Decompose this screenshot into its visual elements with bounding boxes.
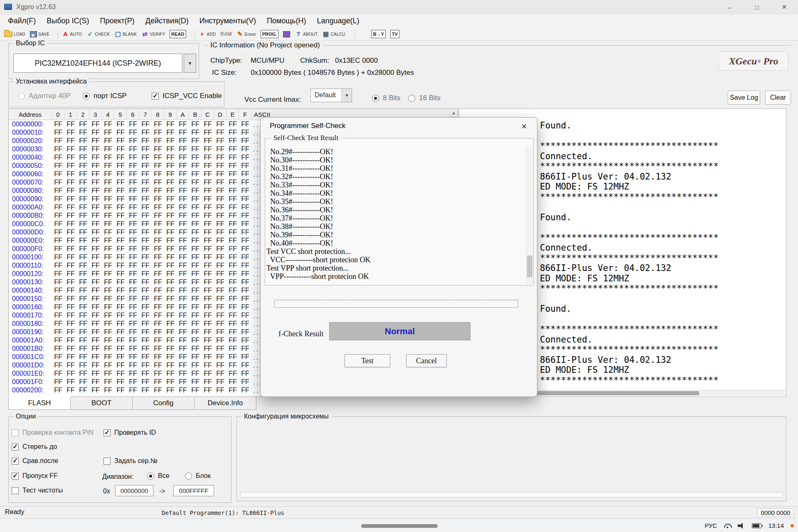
hex-byte[interactable]: FF [127,353,139,361]
hex-byte[interactable]: FF [202,254,214,261]
hex-byte[interactable]: FF [64,320,77,328]
hex-byte[interactable]: FF [239,170,251,178]
hex-byte[interactable]: FF [164,237,177,244]
hex-byte[interactable]: FF [77,212,89,219]
hex-byte[interactable]: FF [114,362,127,369]
menu-item-1[interactable]: Файл(F) [2,17,41,25]
hex-byte[interactable]: FF [239,179,251,186]
hex-byte[interactable]: FF [239,378,251,386]
hex-byte[interactable]: FF [239,129,251,136]
hex-byte[interactable]: FF [127,378,139,386]
hex-byte[interactable]: FF [152,170,164,178]
hex-byte[interactable]: FF [239,345,251,352]
hex-byte[interactable]: FF [89,170,102,178]
hex-byte[interactable]: FF [102,245,114,253]
hex-byte[interactable]: FF [202,312,214,319]
hex-byte[interactable]: FF [89,287,102,294]
hex-byte[interactable]: FF [227,245,239,253]
hex-byte[interactable]: FF [127,245,139,253]
hex-byte[interactable]: FF [152,195,164,203]
hex-byte[interactable]: FF [89,353,102,361]
hex-byte[interactable]: FF [202,295,214,303]
hex-byte[interactable]: FF [77,337,89,344]
hex-byte[interactable]: FF [177,162,189,170]
hex-byte[interactable]: FF [239,229,251,236]
hex-byte[interactable]: FF [52,121,64,128]
hex-byte[interactable]: FF [164,353,177,361]
save-log-button[interactable]: Save Log [728,91,760,105]
hex-byte[interactable]: FF [102,295,114,303]
hex-byte[interactable]: FF [77,187,89,195]
hex-byte[interactable]: FF [64,170,77,178]
hex-byte[interactable]: FF [189,129,202,136]
hex-byte[interactable]: FF [64,278,77,286]
hex-byte[interactable]: FF [189,187,202,195]
hex-byte[interactable]: FF [227,220,239,228]
hex-byte[interactable]: FF [152,212,164,219]
hex-byte[interactable]: FF [77,129,89,136]
hex-byte[interactable]: FF [52,212,64,219]
auto-button[interactable]: AAUTO [62,30,82,38]
hex-byte[interactable]: FF [239,362,251,369]
hex-byte[interactable]: FF [52,154,64,161]
hex-byte[interactable]: FF [127,328,139,336]
hex-byte[interactable]: FF [214,345,227,352]
hex-byte[interactable]: FF [52,387,64,394]
hex-byte[interactable]: FF [164,378,177,386]
hex-byte[interactable]: FF [139,320,152,328]
volume-icon[interactable] [738,523,745,529]
hex-byte[interactable]: FF [89,278,102,286]
hex-byte[interactable]: FF [127,320,139,328]
hex-byte[interactable]: FF [114,162,127,170]
hex-byte[interactable]: FF [102,370,114,377]
hex-byte[interactable]: FF [89,254,102,261]
hex-byte[interactable]: FF [227,387,239,394]
hex-byte[interactable]: FF [89,362,102,369]
hex-byte[interactable]: FF [164,303,177,311]
hex-byte[interactable]: FF [189,237,202,244]
hex-byte[interactable]: FF [52,353,64,361]
bits-16-radio[interactable]: 16 Bits [408,94,441,102]
hex-byte[interactable]: FF [152,179,164,186]
pin-check-checkbox[interactable]: Проверка контакта PIN [12,429,94,436]
hex-byte[interactable]: FF [202,121,214,128]
hex-byte[interactable]: FF [152,303,164,311]
hex-byte[interactable]: FF [214,154,227,161]
hex-byte[interactable]: FF [77,154,89,161]
hex-byte[interactable]: FF [227,137,239,145]
skip-ff-checkbox[interactable]: Пропуск FF [12,472,58,480]
hex-byte[interactable]: FF [214,121,227,128]
hex-byte[interactable]: FF [114,137,127,145]
hex-byte[interactable]: FF [64,303,77,311]
battery-icon[interactable] [752,523,761,528]
hex-byte[interactable]: FF [114,237,127,244]
hex-byte[interactable]: FF [214,254,227,261]
hex-byte[interactable]: FF [189,212,202,219]
hex-byte[interactable]: FF [77,262,89,269]
verify-button[interactable]: ⇄VERIFY [141,30,165,38]
hex-byte[interactable]: FF [164,212,177,219]
hex-byte[interactable]: FF [77,270,89,278]
hex-byte[interactable]: FF [177,212,189,219]
hex-byte[interactable]: FF [52,229,64,236]
hex-byte[interactable]: FF [202,303,214,311]
hex-byte[interactable]: FF [89,320,102,328]
hex-byte[interactable]: FF [152,370,164,377]
hex-byte[interactable]: FF [152,278,164,286]
hex-byte[interactable]: FF [214,179,227,186]
dialog-scrollbar-thumb[interactable] [527,256,532,277]
save-button[interactable]: SAVE [30,31,49,37]
erase-before-checkbox[interactable]: Стереть до [12,443,57,451]
hex-byte[interactable]: FF [189,220,202,228]
hex-byte[interactable]: FF [77,162,89,170]
taskbar-center-handle[interactable] [361,524,438,528]
hex-byte[interactable]: FF [89,212,102,219]
hex-byte[interactable]: FF [89,137,102,145]
check-button[interactable]: ✓CHECK [86,30,110,38]
hex-byte[interactable]: FF [127,287,139,294]
hex-byte[interactable]: FF [64,204,77,211]
hex-byte[interactable]: FF [164,345,177,352]
hex-byte[interactable]: FF [127,145,139,153]
hex-byte[interactable]: FF [139,303,152,311]
hex-byte[interactable]: FF [227,129,239,136]
